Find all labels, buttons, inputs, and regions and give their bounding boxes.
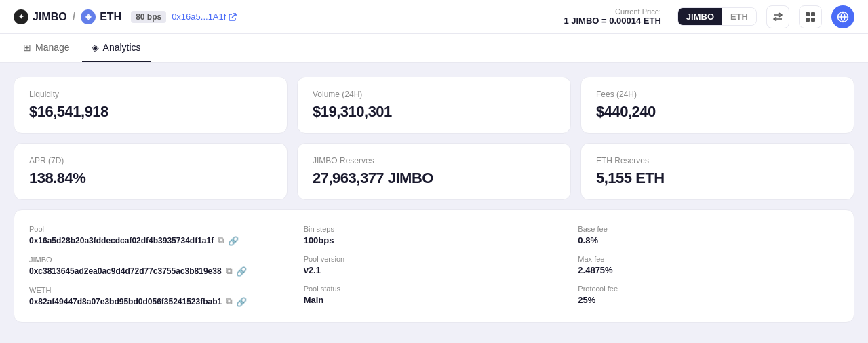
current-price-value: 1 JIMBO = 0.00014 ETH — [564, 16, 660, 26]
svg-rect-0 — [806, 12, 810, 16]
current-price-label: Current Price: — [615, 7, 661, 16]
tab-manage-label: Manage — [35, 42, 70, 53]
volume-label: Volume (24H) — [313, 89, 555, 99]
weth-address-item: WETH 0x82af49447d8a07e3bd95bd0d056f35241… — [29, 286, 290, 307]
pool-address-text: 0x16a5d28b20a3fddecdcaf02df4b3935734df1a… — [29, 236, 214, 245]
liquidity-card: Liquidity $16,541,918 — [14, 77, 288, 134]
swap-icon — [772, 12, 783, 22]
max-fee-value: 2.4875% — [578, 265, 839, 275]
eth-logo-icon: ◈ — [81, 9, 96, 24]
tab-analytics-label: Analytics — [103, 42, 141, 53]
globe-icon — [837, 11, 849, 23]
swap-icon-button[interactable] — [766, 5, 789, 28]
pool-link-icon[interactable]: 🔗 — [228, 236, 239, 246]
jimbo-token-button[interactable]: JIMBO — [678, 8, 722, 25]
eth-reserves-value: 5,155 ETH — [596, 169, 839, 187]
topbar: ✦ JIMBO / ◈ ETH 80 bps 0x16a5...1A1f Cur… — [0, 0, 868, 34]
pool-info-card: Pool 0x16a5d28b20a3fddecdcaf02df4b393573… — [14, 209, 854, 323]
liquidity-label: Liquidity — [29, 89, 272, 99]
stats-row-1: Liquidity $16,541,918 Volume (24H) $19,3… — [14, 77, 854, 134]
external-link-icon — [229, 13, 237, 21]
weth-copy-icon[interactable]: ⧉ — [226, 296, 232, 307]
pool-status-item: Pool status Main — [304, 285, 565, 305]
pool-addresses-col: Pool 0x16a5d28b20a3fddecdcaf02df4b393573… — [29, 225, 290, 307]
logo-area: ✦ JIMBO / ◈ ETH 80 bps — [14, 9, 166, 24]
pool-label: Pool — [29, 225, 290, 233]
fees-card: Fees (24H) $440,240 — [580, 77, 854, 134]
jimbo-logo-icon: ✦ — [14, 9, 28, 24]
main-content: Liquidity $16,541,918 Volume (24H) $19,3… — [0, 63, 868, 336]
weth-link-icon[interactable]: 🔗 — [236, 297, 247, 307]
weth-address-text: 0x82af49447d8a07e3bd95bd0d056f35241523fb… — [29, 297, 222, 306]
user-avatar-button[interactable] — [831, 5, 854, 28]
current-price-area: Current Price: 1 JIMBO = 0.00014 ETH — [564, 7, 660, 26]
volume-value: $19,310,301 — [313, 103, 555, 121]
grid-icon — [805, 12, 816, 22]
max-fee-label: Max fee — [578, 255, 839, 263]
pool-status-value: Main — [304, 295, 565, 305]
jimbo-copy-icon[interactable]: ⧉ — [226, 266, 232, 277]
base-fee-value: 0.8% — [578, 235, 839, 245]
base-fee-label: Base fee — [578, 225, 839, 233]
bin-steps-value: 100bps — [304, 235, 565, 245]
analytics-icon: ◈ — [92, 42, 99, 53]
slash-separator: / — [73, 11, 75, 23]
manage-icon: ⊞ — [23, 42, 31, 53]
eth-reserves-card: ETH Reserves 5,155 ETH — [580, 143, 854, 200]
base-fee-item: Base fee 0.8% — [578, 225, 839, 245]
protocol-fee-label: Protocol fee — [578, 285, 839, 293]
eth-reserves-label: ETH Reserves — [596, 156, 839, 165]
bin-steps-item: Bin steps 100bps — [304, 225, 565, 245]
jimbo-reserves-label: JIMBO Reserves — [313, 156, 555, 165]
pool-fees-col: Base fee 0.8% Max fee 2.4875% Protocol f… — [578, 225, 839, 307]
apr-value: 138.84% — [29, 169, 272, 187]
fees-value: $440,240 — [596, 103, 839, 121]
pool-status-label: Pool status — [304, 285, 565, 293]
pool-version-item: Pool version v2.1 — [304, 255, 565, 275]
jimbo-token-label: JIMBO — [29, 256, 290, 264]
max-fee-item: Max fee 2.4875% — [578, 255, 839, 275]
pool-address-item: Pool 0x16a5d28b20a3fddecdcaf02df4b393573… — [29, 225, 290, 246]
tab-manage[interactable]: ⊞ Manage — [14, 34, 79, 62]
apr-card: APR (7D) 138.84% — [14, 143, 288, 200]
apr-label: APR (7D) — [29, 156, 272, 165]
volume-card: Volume (24H) $19,310,301 — [297, 77, 571, 134]
liquidity-value: $16,541,918 — [29, 103, 272, 121]
bin-steps-label: Bin steps — [304, 225, 565, 233]
jimbo-reserves-card: JIMBO Reserves 27,963,377 JIMBO — [297, 143, 571, 200]
jimbo-reserves-value: 27,963,377 JIMBO — [313, 169, 555, 187]
svg-rect-1 — [811, 12, 815, 16]
subnav: ⊞ Manage ◈ Analytics — [0, 34, 868, 63]
jimbo-address-value: 0xc3813645ad2ea0ac9d4d72d77c3755ac3b819e… — [29, 266, 290, 277]
jimbo-address-item: JIMBO 0xc3813645ad2ea0ac9d4d72d77c3755ac… — [29, 256, 290, 277]
fees-label: Fees (24H) — [596, 89, 839, 99]
protocol-fee-item: Protocol fee 25% — [578, 285, 839, 305]
pool-address-link[interactable]: 0x16a5...1A1f — [172, 12, 237, 22]
pool-address-value: 0x16a5d28b20a3fddecdcaf02df4b3935734df1a… — [29, 235, 290, 246]
stats-row-2: APR (7D) 138.84% JIMBO Reserves 27,963,3… — [14, 143, 854, 200]
bps-badge: 80 bps — [131, 11, 166, 23]
pool-meta-col: Bin steps 100bps Pool version v2.1 Pool … — [304, 225, 565, 307]
eth-token-button[interactable]: ETH — [722, 8, 756, 25]
token-toggle: JIMBO ETH — [677, 7, 757, 26]
protocol-fee-value: 25% — [578, 295, 839, 305]
jimbo-address-text: 0xc3813645ad2ea0ac9d4d72d77c3755ac3b819e… — [29, 266, 222, 276]
svg-rect-3 — [811, 18, 815, 22]
pool-version-value: v2.1 — [304, 265, 565, 275]
pool-copy-icon[interactable]: ⧉ — [218, 235, 224, 246]
svg-rect-2 — [806, 18, 810, 22]
tab-analytics[interactable]: ◈ Analytics — [82, 34, 151, 62]
eth-label: ETH — [100, 11, 121, 23]
jimbo-label: JIMBO — [33, 11, 67, 23]
weth-address-value: 0x82af49447d8a07e3bd95bd0d056f35241523fb… — [29, 296, 290, 307]
weth-token-label: WETH — [29, 286, 290, 294]
jimbo-link-icon[interactable]: 🔗 — [236, 266, 247, 277]
pool-address-text: 0x16a5...1A1f — [172, 12, 226, 22]
pool-version-label: Pool version — [304, 255, 565, 263]
grid-icon-button[interactable] — [799, 5, 822, 28]
